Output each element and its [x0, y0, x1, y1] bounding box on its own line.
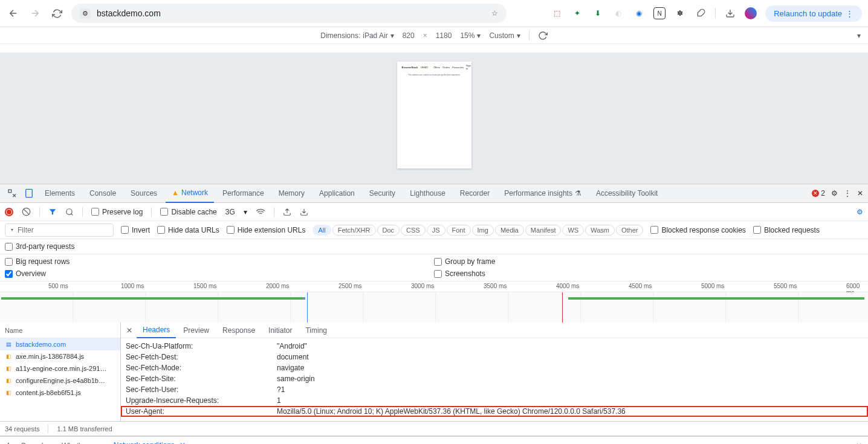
detail-tab-timing[interactable]: Timing	[299, 323, 333, 338]
invert-checkbox[interactable]: Invert	[121, 226, 150, 234]
pill-img[interactable]: Img	[472, 225, 494, 236]
device-width[interactable]: 820	[403, 31, 415, 40]
tab-elements[interactable]: Elements	[39, 184, 81, 203]
extension-icon-4[interactable]: ◐	[612, 7, 624, 19]
zoom-selector[interactable]: 15% ▾	[460, 31, 481, 40]
more-menu-icon[interactable]: ⋮	[844, 189, 851, 198]
pill-wasm[interactable]: Wasm	[585, 225, 615, 236]
tab-network[interactable]: ▲Network	[166, 184, 214, 203]
device-menu-icon[interactable]: ▾	[857, 31, 861, 40]
group-frame-checkbox[interactable]: Group by frame	[434, 257, 863, 266]
device-mode-icon[interactable]	[22, 186, 36, 201]
pill-font[interactable]: Font	[447, 225, 471, 236]
network-settings-icon[interactable]: ⚙	[857, 208, 863, 216]
pill-doc[interactable]: Doc	[377, 225, 400, 236]
extensions-menu-icon[interactable]	[695, 7, 707, 19]
close-detail-icon[interactable]: ✕	[123, 326, 135, 335]
back-button[interactable]	[6, 6, 21, 21]
detail-tab-initiator[interactable]: Initiator	[262, 323, 298, 338]
detail-tab-headers[interactable]: Headers	[137, 323, 176, 338]
error-badge[interactable]: ✕2	[812, 189, 825, 198]
detail-tab-response[interactable]: Response	[216, 323, 261, 338]
filter-toggle-icon[interactable]	[48, 208, 57, 216]
detail-tab-preview[interactable]: Preview	[177, 323, 215, 338]
profile-avatar[interactable]	[745, 7, 757, 19]
filter-input[interactable]	[5, 224, 114, 237]
blocked-cookies-checkbox[interactable]: Blocked response cookies	[650, 226, 745, 234]
pill-fetch[interactable]: Fetch/XHR	[332, 225, 376, 236]
tab-lighthouse[interactable]: Lighthouse	[404, 184, 452, 203]
extension-icon-5[interactable]: ◉	[633, 7, 645, 19]
reload-button[interactable]	[50, 6, 64, 21]
throttle-custom-selector[interactable]: Custom ▾	[489, 31, 520, 40]
pill-media[interactable]: Media	[495, 225, 524, 236]
device-height[interactable]: 1180	[436, 31, 452, 40]
throttling-select[interactable]: 3G	[225, 208, 235, 216]
request-row[interactable]: ◧a11y-engine-core.min.js-291…	[0, 362, 120, 375]
hide-data-urls-checkbox[interactable]: Hide data URLs	[157, 226, 219, 234]
inspect-element-icon[interactable]	[5, 186, 19, 201]
hide-extension-urls-checkbox[interactable]: Hide extension URLs	[227, 226, 306, 234]
extension-icon-7[interactable]: ✽	[674, 7, 686, 19]
wifi-icon[interactable]	[256, 207, 265, 217]
screenshots-checkbox[interactable]: Screenshots	[434, 269, 863, 278]
extension-icon-2[interactable]: ✦	[571, 7, 583, 19]
record-button[interactable]	[5, 208, 13, 216]
extension-icon-3[interactable]: ⬇	[592, 7, 604, 19]
request-row[interactable]: ◧axe.min.js-13867884.js	[0, 350, 120, 362]
tab-accessibility[interactable]: Accessibility Toolkit	[590, 184, 664, 203]
filter-text-input[interactable]	[18, 226, 108, 234]
timeline-overview[interactable]: 500 ms 1000 ms 1500 ms 2000 ms 2500 ms 3…	[0, 282, 868, 323]
pill-manifest[interactable]: Manifest	[525, 225, 562, 236]
forward-button[interactable]	[28, 6, 42, 21]
preserve-log-checkbox[interactable]: Preserve log	[91, 208, 143, 216]
list-header-name[interactable]: Name	[0, 323, 120, 338]
disable-cache-checkbox[interactable]: Disable cache	[160, 208, 216, 216]
rotate-icon[interactable]	[538, 31, 548, 40]
bookmark-star-icon[interactable]: ☆	[491, 9, 498, 18]
tab-security[interactable]: Security	[363, 184, 401, 203]
downloads-icon[interactable]	[724, 7, 736, 19]
headers-body[interactable]: Sec-Ch-Ua-Platform:"Android" Sec-Fetch-D…	[121, 338, 868, 421]
settings-gear-icon[interactable]: ⚙	[831, 189, 838, 198]
tab-console[interactable]: Console	[83, 184, 122, 203]
pill-ws[interactable]: WS	[562, 225, 584, 236]
upload-har-icon[interactable]	[283, 208, 291, 216]
pill-js[interactable]: JS	[427, 225, 445, 236]
drawer-tab-network-conditions[interactable]: Network conditions✕	[108, 437, 192, 445]
search-icon[interactable]	[65, 208, 74, 216]
blocked-requests-checkbox[interactable]: Blocked requests	[753, 226, 820, 234]
tab-application[interactable]: Application	[313, 184, 361, 203]
header-row: Upgrade-Insecure-Requests:1	[121, 395, 868, 406]
site-controls-icon[interactable]: ⚙	[80, 8, 91, 19]
pill-css[interactable]: CSS	[401, 225, 426, 236]
address-bar[interactable]: ⚙ bstackdemo.com ☆	[71, 4, 507, 23]
drawer-menu-icon[interactable]: ⋮	[5, 442, 12, 445]
dimensions-selector[interactable]: Dimensions: iPad Air ▾	[320, 31, 394, 40]
tab-recorder[interactable]: Recorder	[454, 184, 496, 203]
tab-sources[interactable]: Sources	[125, 184, 163, 203]
third-party-checkbox[interactable]: 3rd-party requests	[5, 242, 863, 251]
tab-memory[interactable]: Memory	[273, 184, 311, 203]
pill-all[interactable]: All	[313, 225, 331, 236]
throttling-chevron-icon[interactable]: ▾	[244, 208, 247, 216]
extension-icon-6[interactable]: N	[653, 7, 666, 19]
clear-button[interactable]	[22, 207, 31, 216]
drawer-tab-console[interactable]: Console	[15, 437, 53, 445]
tab-performance[interactable]: Performance	[216, 184, 270, 203]
download-har-icon[interactable]	[300, 208, 308, 216]
request-row[interactable]: ◧content.js-b8eb6f51.js	[0, 387, 120, 399]
tab-performance-insights[interactable]: Performance insights ⚗	[498, 184, 588, 203]
drawer-tab-whatsnew[interactable]: What's new	[56, 437, 105, 445]
request-row[interactable]: ▤bstackdemo.com	[0, 338, 120, 350]
pill-other[interactable]: Other	[616, 225, 644, 236]
close-tab-icon[interactable]: ✕	[180, 441, 186, 445]
relaunch-button[interactable]: Relaunch to update⋮	[765, 5, 862, 22]
request-row[interactable]: ◧configureEngine.js-e4a8b1b…	[0, 375, 120, 387]
device-frame[interactable]: BrowserStackDEMOOffersOrdersFavouritesSi…	[397, 62, 471, 169]
drawer-close-icon[interactable]: ✕	[856, 442, 862, 445]
overview-checkbox[interactable]: Overview	[5, 269, 434, 278]
close-devtools-icon[interactable]: ✕	[857, 189, 863, 198]
big-rows-checkbox[interactable]: Big request rows	[5, 257, 434, 266]
extension-icon-1[interactable]: ⬚	[551, 7, 563, 19]
